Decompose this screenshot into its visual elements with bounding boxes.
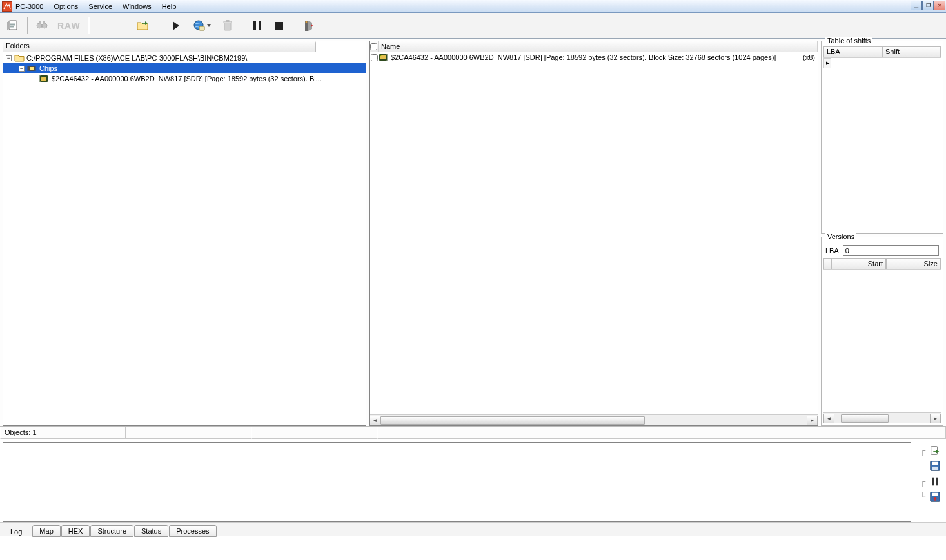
right-column: Table of shifts LBA Shift Versions LBA S… [821,41,943,426]
scroll-thumb[interactable] [380,416,645,425]
versions-lba-label: LBA [825,247,839,255]
log-area[interactable] [3,442,911,522]
tab-processes[interactable]: Processes [169,525,216,537]
tab-status[interactable]: Status [134,525,168,537]
tree-chip-entry-row[interactable]: $2CA46432 - AA000000 6WB2D_NW817 [SDR] [… [3,73,366,84]
row-checkbox[interactable] [371,54,378,61]
chip-item-icon [39,74,50,83]
tab-log[interactable]: Log [4,526,28,537]
status-cell-2 [126,427,251,439]
list-row-text: $2CA46432 - AA000000 6WB2D_NW817 [SDR] [… [391,53,798,61]
scroll-left-button[interactable]: ◄ [823,414,834,423]
close-button[interactable]: ✕ [934,1,945,10]
versions-table-body[interactable] [823,270,941,412]
globe-button[interactable] [188,16,215,35]
pause-button[interactable] [248,16,267,35]
toolbar: RAW [0,13,946,39]
menu-bar: Options Service Windows Help [48,0,181,12]
tree-chips-label: Chips [39,64,57,72]
delete-button[interactable] [218,16,237,35]
versions-h-scrollbar[interactable]: ◄ ► [823,412,941,423]
list-h-scrollbar[interactable]: ◄ ► [370,414,818,425]
tree-chips-row[interactable]: − Chips [3,63,366,73]
search-button[interactable] [32,16,52,35]
tree-root-row[interactable]: − C:\PROGRAM FILES (X86)\ACE LAB\PC-3000… [3,53,366,63]
bottom-tabstrip: Log Map HEX Structure Status Processes [0,522,946,536]
shifts-col-lba[interactable]: LBA [823,46,882,57]
title-text: PC-3000 [14,3,48,10]
log-wrap: ┌ │ ┌ └ [0,439,946,522]
status-cell-4 [377,427,946,439]
tab-map[interactable]: Map [32,525,60,537]
versions-lba-input[interactable] [843,245,939,256]
folder-icon [14,53,25,63]
menu-options[interactable]: Options [48,0,83,13]
stop-button[interactable] [270,16,289,35]
scroll-right-button[interactable]: ► [930,414,941,423]
shifts-col-shift[interactable]: Shift [882,46,941,57]
restore-button[interactable]: ❐ [922,1,934,10]
scroll-right-button[interactable]: ► [807,416,818,425]
play-button[interactable] [166,16,186,35]
open-button[interactable] [133,16,152,35]
scroll-thumb[interactable] [841,414,889,423]
shifts-title: Table of shifts [825,37,872,44]
scroll-left-button[interactable]: ◄ [370,416,380,425]
bracket-icon: ┌ [920,445,925,456]
tab-hex[interactable]: HEX [61,525,90,537]
save-log-as-button[interactable] [928,491,942,503]
folders-header: Folders [3,41,316,52]
collapse-icon[interactable]: − [6,55,12,61]
list-row-ext: (x8) [803,53,815,61]
menu-service[interactable]: Service [83,0,117,13]
chip-item-icon [379,53,389,62]
title-bar: PC-3000 Options Service Windows Help ▁ ❐… [0,0,946,13]
list-row[interactable]: $2CA46432 - AA000000 6WB2D_NW817 [SDR] [… [370,52,818,63]
versions-panel: Versions LBA Start Size ◄ ► [821,237,943,426]
menu-windows[interactable]: Windows [117,0,157,13]
versions-col-size[interactable]: Size [886,258,941,269]
chip-icon [27,64,37,73]
status-objects: Objects: 1 [0,427,126,439]
bracket-icon: ┌ [920,476,925,487]
status-bar: Objects: 1 [0,427,946,439]
export-log-button[interactable] [928,445,942,456]
table-of-shifts-panel: Table of shifts LBA Shift [821,41,943,234]
list-panel: Name $2CA46432 - AA000000 6WB2D_NW817 [S… [369,41,818,426]
dropdown-arrow-icon [207,24,211,27]
select-all-checkbox[interactable] [370,43,377,50]
tree-chip-entry-label: $2CA46432 - AA000000 6WB2D_NW817 [SDR] [… [52,75,322,82]
versions-title: Versions [825,233,856,240]
report-button[interactable] [4,16,23,35]
collapse-icon[interactable]: − [19,66,25,72]
list-header: Name [370,41,818,52]
shifts-table-body[interactable] [823,58,941,231]
app-icon [2,1,12,12]
work-area: Folders − C:\PROGRAM FILES (X86)\ACE LAB… [0,39,946,427]
tree-root-label: C:\PROGRAM FILES (X86)\ACE LAB\PC-3000FL… [26,54,247,62]
save-log-button[interactable] [928,460,942,472]
menu-help[interactable]: Help [157,0,182,13]
folder-tree[interactable]: − C:\PROGRAM FILES (X86)\ACE LAB\PC-3000… [3,52,366,425]
pause-log-button[interactable] [928,476,942,487]
bracket-icon: └ [920,492,925,502]
log-side-toolbar: ┌ │ ┌ └ [911,442,943,522]
minimize-button[interactable]: ▁ [911,1,922,10]
tab-structure[interactable]: Structure [90,525,133,537]
folders-panel: Folders − C:\PROGRAM FILES (X86)\ACE LAB… [3,41,366,426]
raw-button[interactable]: RAW [54,16,84,35]
status-cell-3 [251,427,377,439]
list-col-name[interactable]: Name [379,41,818,52]
row-indicator-icon [823,58,831,68]
exit-button[interactable] [299,16,319,35]
versions-col-start[interactable]: Start [831,258,886,269]
